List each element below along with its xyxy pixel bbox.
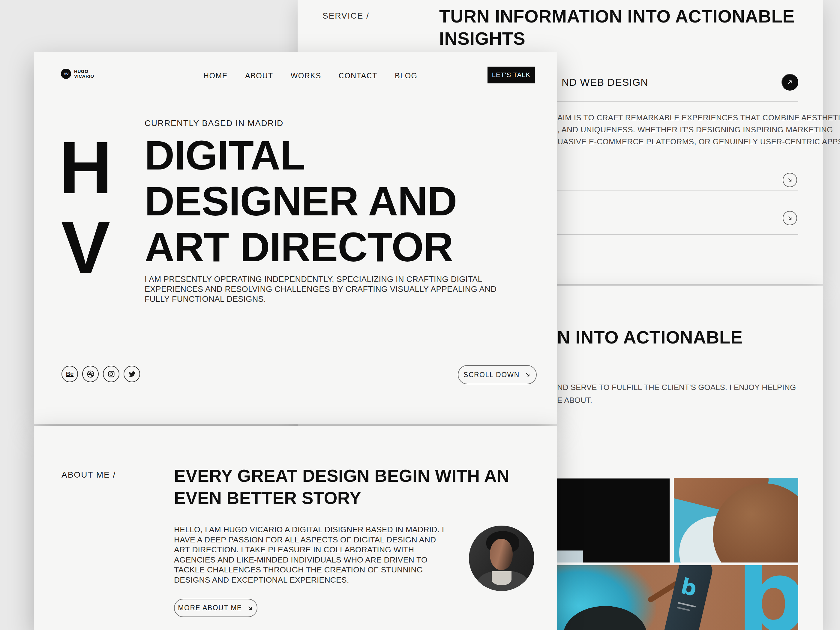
behance-link[interactable]: Bē <box>62 366 78 382</box>
hero-title: DIGITAL DESIGNER AND ART DIRECTOR <box>145 132 457 270</box>
logo-text: HUGO VICARIO <box>74 69 94 79</box>
dribbble-icon <box>87 370 95 378</box>
about-title-line2: EVEN BETTER STORY <box>174 487 509 509</box>
instagram-icon <box>107 370 115 378</box>
product-bottle: b <box>662 565 714 630</box>
insights-desc-line1: ND SERVE TO FULFILL THE CLIENT'S GOALS. … <box>557 381 796 394</box>
service-row-open-button[interactable] <box>782 74 798 91</box>
bottle-b-logo: b <box>679 573 699 601</box>
hero-monogram-h: H <box>43 128 128 208</box>
bottle-label-line <box>678 602 696 608</box>
service-desc-line1: AIM IS TO CRAFT REMARKABLE EXPERIENCES T… <box>557 112 840 123</box>
hero-monogram: H V <box>43 128 128 287</box>
service-row-web-design-label: ND WEB DESIGN <box>562 76 648 88</box>
hero-title-line2: DESIGNER AND <box>145 178 457 224</box>
arrow-down-right-icon <box>247 605 254 611</box>
about-description: HELLO, I AM HUGO VICARIO A DIGITAL DISIG… <box>174 525 448 585</box>
scroll-down-button[interactable]: SCROLL DOWN <box>458 365 537 384</box>
service-row-expand-button[interactable] <box>783 173 797 187</box>
about-title-line1: EVERY GREAT DESIGN BEGIN WITH AN <box>174 465 509 487</box>
service-section-label: SERVICE / <box>322 11 369 21</box>
portrait-photo <box>469 526 534 591</box>
brand-b-logo: b <box>736 565 798 630</box>
about-title: EVERY GREAT DESIGN BEGIN WITH AN EVEN BE… <box>174 465 509 509</box>
insights-description: ND SERVE TO FULFILL THE CLIENT'S GOALS. … <box>557 381 796 407</box>
behance-icon: Bē <box>66 371 74 377</box>
hero-section: HV HUGO VICARIO HOME ABOUT WORKS CONTACT… <box>34 52 557 424</box>
logo-line1: HUGO <box>74 69 94 74</box>
insights-desc-line2: E ABOUT. <box>557 394 796 407</box>
nav-item-contact[interactable]: CONTACT <box>339 71 377 80</box>
service-desc-line3: UASIVE E-COMMERCE PLATFORMS, OR GENUINEL… <box>557 136 840 148</box>
nav-item-works[interactable]: WORKS <box>291 71 321 80</box>
social-links: Bē <box>62 366 140 382</box>
portrait-face <box>490 539 513 570</box>
about-section: ABOUT ME / EVERY GREAT DESIGN BEGIN WITH… <box>34 426 557 630</box>
main-nav: HOME ABOUT WORKS CONTACT BLOG <box>204 71 418 80</box>
service-title-line2: INSIGHTS <box>439 28 795 50</box>
portrait-collar <box>492 571 512 585</box>
logo-monogram-icon: HV <box>61 69 71 79</box>
hero-title-line3: ART DIRECTOR <box>145 224 457 270</box>
project-thumbnail-product-bottle[interactable]: b b <box>554 565 798 630</box>
hero-title-line1: DIGITAL <box>145 132 457 178</box>
hero-monogram-v: V <box>43 208 128 287</box>
project-thumbnail-muffin[interactable] <box>674 478 798 562</box>
nav-item-about[interactable]: ABOUT <box>245 71 273 80</box>
service-row-expand-button[interactable] <box>783 211 797 225</box>
more-about-me-button[interactable]: MORE ABOUT ME <box>174 599 257 617</box>
nav-item-home[interactable]: HOME <box>204 71 228 80</box>
project-thumbnail-dark-monitor[interactable] <box>554 478 669 562</box>
twitter-icon <box>128 370 136 378</box>
nav-item-blog[interactable]: BLOG <box>395 71 417 80</box>
service-row-description: AIM IS TO CRAFT REMARKABLE EXPERIENCES T… <box>557 112 840 148</box>
service-title-line1: TURN INFORMATION INTO ACTIONABLE <box>439 5 795 28</box>
hero-eyebrow: CURRENTLY BASED IN MADRID <box>145 118 284 128</box>
portfolio-home-frame: HV HUGO VICARIO HOME ABOUT WORKS CONTACT… <box>34 52 557 630</box>
about-section-label: ABOUT ME / <box>62 470 116 480</box>
instagram-link[interactable] <box>103 366 119 382</box>
scroll-down-label: SCROLL DOWN <box>464 371 519 379</box>
more-about-me-label: MORE ABOUT ME <box>178 604 242 612</box>
service-section-title: TURN INFORMATION INTO ACTIONABLE INSIGHT… <box>439 5 795 50</box>
bottle-label-line <box>677 606 690 611</box>
logo[interactable]: HV HUGO VICARIO <box>61 69 94 79</box>
lets-talk-button[interactable]: LET'S TALK <box>488 66 535 84</box>
insights-title-fragment: N INTO ACTIONABLE <box>557 327 743 348</box>
logo-line2: VICARIO <box>74 74 94 79</box>
dribbble-link[interactable] <box>82 366 99 382</box>
desk-strip <box>554 551 583 562</box>
hero-description: I AM PRESENTLY OPERATING INDEPENDENTLY, … <box>145 275 519 304</box>
arrow-up-right-icon <box>786 79 793 85</box>
twitter-link[interactable] <box>123 366 140 382</box>
arrow-down-right-icon <box>787 215 793 221</box>
arrow-down-right-icon <box>787 177 793 183</box>
arrow-down-right-icon <box>524 371 531 378</box>
service-desc-line2: , AND UNIQUENESS. WHETHER IT'S DESIGNING… <box>557 123 840 136</box>
